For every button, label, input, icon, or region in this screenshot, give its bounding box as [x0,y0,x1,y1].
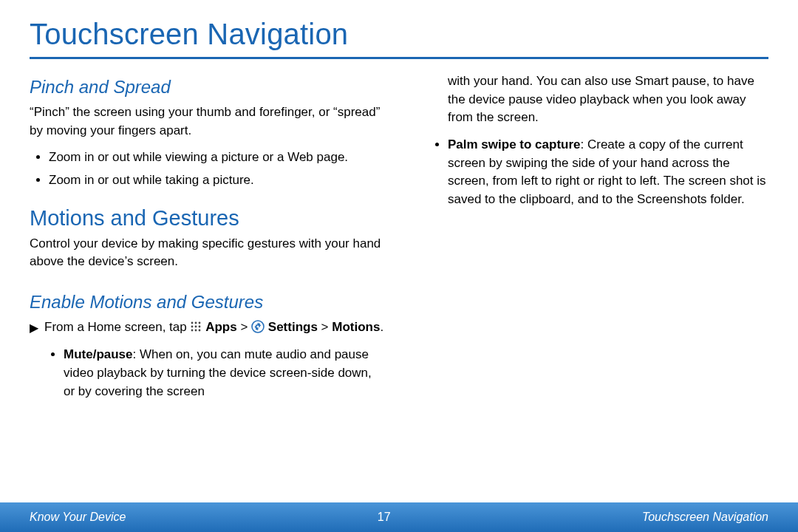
page-footer: Know Your Device 17 Touchscreen Navigati… [0,502,798,532]
document-page: Touchscreen Navigation Pinch and Spread … [0,0,798,532]
svg-point-6 [191,329,194,331]
continuation-text: with your hand. You can also use Smart p… [448,72,768,127]
list-item: Mute/pause: When on, you can mute audio … [64,346,384,400]
list-item: Zoom in or out while viewing a picture o… [49,149,384,167]
gear-icon [251,320,265,339]
pinch-list: Zoom in or out while viewing a picture o… [30,149,384,189]
svg-point-7 [195,329,197,331]
sub-list: Mute/pause: When on, you can mute audio … [30,346,384,400]
list-item: Zoom in or out while taking a picture. [49,171,384,190]
heading-motions-gestures: Motions and Gestures [30,206,384,231]
svg-point-10 [256,325,259,327]
settings-label: Settings [268,320,318,334]
palm-swipe-label: Palm swipe to capture [448,137,581,151]
separator: > [237,320,251,334]
step-prefix: From a Home screen, tap [44,320,190,334]
footer-page-number: 17 [378,511,391,524]
svg-point-5 [199,325,201,327]
svg-point-1 [195,321,197,324]
step-row: ▶ From a Home screen, tap Apps > Setting… [30,318,384,339]
mute-pause-label: Mute/pause [64,347,133,361]
svg-point-8 [199,329,201,331]
list-item: Palm swipe to capture: Create a copy of … [448,136,768,209]
motions-label: Motions [332,320,380,334]
play-arrow-icon: ▶ [30,319,38,337]
right-sub-list: Palm swipe to capture: Create a copy of … [414,136,768,209]
svg-point-0 [191,321,194,324]
heading-enable-motions: Enable Motions and Gestures [30,292,384,313]
footer-right: Touchscreen Navigation [642,511,768,524]
step-text: From a Home screen, tap Apps > Settings … [44,318,383,339]
separator: > [318,320,332,334]
right-column: with your hand. You can also use Smart p… [414,72,768,405]
apps-grid-icon [190,320,202,338]
svg-point-2 [199,321,201,324]
page-title: Touchscreen Navigation [30,18,768,59]
left-column: Pinch and Spread “Pinch” the screen usin… [30,72,384,405]
pinch-intro: “Pinch” the screen using your thumb and … [30,103,384,140]
svg-point-4 [195,325,197,327]
content-columns: Pinch and Spread “Pinch” the screen usin… [30,72,768,405]
svg-point-3 [191,325,194,327]
motions-intro: Control your device by making specific g… [30,235,384,271]
footer-left: Know Your Device [30,511,126,524]
heading-pinch-spread: Pinch and Spread [30,77,384,98]
apps-label: Apps [205,320,237,334]
period: . [380,320,383,334]
